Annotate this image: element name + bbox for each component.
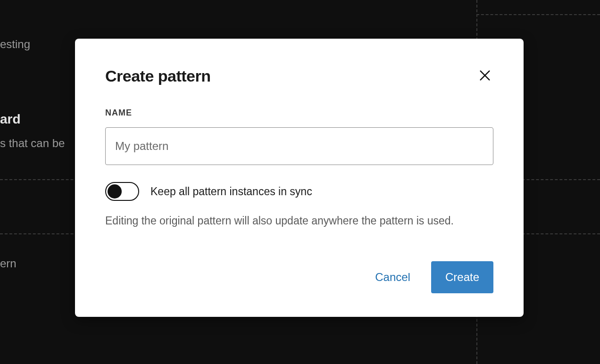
create-pattern-modal: Create pattern NAME Keep all pattern ins… (75, 39, 524, 317)
bg-text-fragment: s that can be (0, 137, 65, 150)
close-icon (478, 69, 492, 83)
close-button[interactable] (476, 67, 493, 85)
sync-toggle-label: Keep all pattern instances in sync (150, 185, 312, 198)
bg-text-fragment: esting (0, 38, 30, 51)
bg-heading-fragment: ard (0, 112, 21, 127)
pattern-name-input[interactable] (105, 127, 493, 165)
sync-toggle[interactable] (105, 182, 139, 201)
create-button[interactable]: Create (431, 261, 493, 293)
toggle-knob (108, 184, 122, 199)
bg-text-fragment: ern (0, 257, 17, 270)
sync-help-text: Editing the original pattern will also u… (105, 213, 493, 228)
cancel-button[interactable]: Cancel (371, 266, 414, 289)
name-field-label: NAME (105, 108, 493, 118)
modal-title: Create pattern (105, 67, 211, 85)
